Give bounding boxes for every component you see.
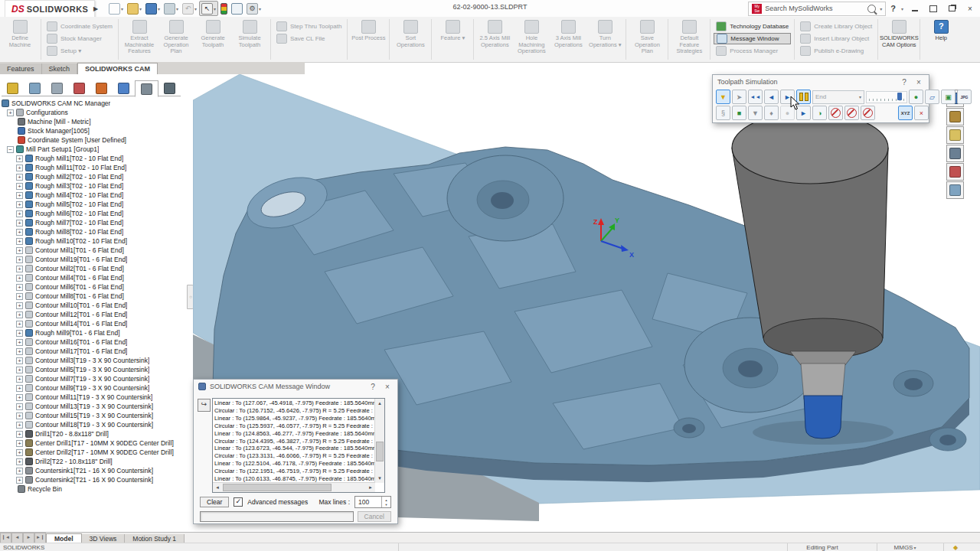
taskpane-custom-properties-button[interactable] bbox=[946, 181, 964, 199]
expand-plus-icon[interactable]: + bbox=[16, 266, 23, 272]
tree-item-contour-mill2-t01-6-flat-end-[interactable]: +Contour Mill2[T01 - 6 Flat End] bbox=[0, 264, 193, 273]
stock-section-button[interactable]: ■ bbox=[732, 106, 746, 120]
expand-plus-icon[interactable]: + bbox=[16, 412, 23, 419]
tree-item-contour-mill10-t01-6-flat-end-[interactable]: +Contour Mill10[T01 - 6 Flat End] bbox=[0, 301, 193, 310]
tree-item-rough-mill8-t02-10-flat-end-[interactable]: +Rough Mill8[T02 - 10 Flat End] bbox=[0, 227, 193, 236]
tree-item-rough-mill4-t02-10-flat-end-[interactable]: +Rough Mill4[T02 - 10 Flat End] bbox=[0, 191, 193, 200]
tree-item-contour-mill4-t01-6-flat-end-[interactable]: +Contour Mill4[T01 - 6 Flat End] bbox=[0, 273, 193, 282]
tree-item-machine-mill-metric-[interactable]: Machine [Mill - Metric] bbox=[0, 117, 193, 126]
ribbon-coordinate-system-button[interactable]: Coordinate System bbox=[47, 21, 113, 31]
tree-item-contour-mill15-t19-3-x-90-countersink-[interactable]: +Contour Mill15[T19 - 3 X 90 Countersink… bbox=[0, 411, 193, 420]
search-icon[interactable] bbox=[867, 5, 876, 13]
tree-item-center-drill1-t17-10mm-x-90deg-center-dr[interactable]: +Center Drill1[T17 - 10MM X 90DEG Center… bbox=[0, 439, 193, 448]
expand-plus-icon[interactable]: + bbox=[16, 440, 23, 447]
expand-plus-icon[interactable]: + bbox=[16, 385, 23, 392]
xyz-position-button[interactable]: XYZ bbox=[898, 106, 913, 120]
tree-item-coordinate-system-user-defined-[interactable]: Coordinate System [User Defined] bbox=[0, 135, 193, 145]
tree-item-rough-mill2-t02-10-flat-end-[interactable]: +Rough Mill2[T02 - 10 Flat End] bbox=[0, 172, 193, 181]
help-icon[interactable]: ? bbox=[368, 383, 378, 391]
scroll-right-icon[interactable]: ► bbox=[366, 483, 375, 492]
taskpane-file-explorer-button[interactable] bbox=[946, 126, 964, 144]
horizontal-scrollbar[interactable]: ◄ ► bbox=[213, 482, 375, 492]
status-tag-cell[interactable]: ◆ bbox=[943, 543, 967, 551]
ribbon-post-process-button[interactable]: Post Process bbox=[350, 18, 387, 42]
panel-tab-dimxpert-manager[interactable] bbox=[68, 80, 90, 96]
expand-plus-icon[interactable]: + bbox=[16, 155, 23, 162]
expand-plus-icon[interactable]: + bbox=[16, 449, 23, 456]
hide-links-button[interactable] bbox=[861, 106, 875, 120]
tool-shade-button[interactable]: ♦ bbox=[764, 106, 779, 120]
ribbon-extract-machinable-features-button[interactable]: Extract Machinable Features bbox=[121, 18, 158, 55]
tree-item-rough-mill10-t02-10-flat-end-[interactable]: +Rough Mill10[T02 - 10 Flat End] bbox=[0, 236, 193, 246]
tree-item-contour-mill1-t01-6-flat-end-[interactable]: +Contour Mill1[T01 - 6 Flat End] bbox=[0, 246, 193, 255]
tree-item-contour-mill17-t01-6-flat-end-[interactable]: +Contour Mill17[T01 - 6 Flat End] bbox=[0, 347, 193, 356]
expand-plus-icon[interactable]: + bbox=[16, 394, 23, 401]
scroll-up-icon[interactable]: ▲ bbox=[375, 399, 384, 408]
ribbon-setup-button[interactable]: Setup ▾ bbox=[47, 46, 113, 56]
turbo-mode-button[interactable]: ➤ bbox=[732, 90, 746, 104]
spinner-arrows-icon[interactable]: ▲▼ bbox=[381, 497, 390, 507]
tree-item-contour-mill6-t01-6-flat-end-[interactable]: +Contour Mill6[T01 - 6 Flat End] bbox=[0, 282, 193, 292]
expand-plus-icon[interactable]: + bbox=[16, 330, 23, 337]
expand-plus-icon[interactable]: + bbox=[16, 247, 23, 254]
show-tool-button[interactable]: ▼ bbox=[716, 90, 730, 104]
message-log-area[interactable]: Linear : To (127.067, -45.4918, -7.975) … bbox=[212, 398, 385, 493]
tab-solidworks-cam[interactable]: SOLIDWORKS CAM bbox=[77, 63, 158, 74]
tree-item-contour-mill13-t19-3-x-90-countersink-[interactable]: +Contour Mill13[T19 - 3 X 90 Countersink… bbox=[0, 402, 193, 411]
tool-display-mode-button[interactable]: ▼ bbox=[748, 106, 763, 120]
tree-item-countersink2-t21-16-x-90-countersink-[interactable]: +Countersink2[T21 - 16 X 90 Countersink] bbox=[0, 475, 193, 484]
ribbon-save-cl-file-button[interactable]: Save CL File bbox=[276, 34, 341, 44]
max-lines-input[interactable]: 100 ▲▼ bbox=[354, 496, 391, 508]
ribbon-solidworks-cam-options-button[interactable]: SOLIDWORKS CAM Options bbox=[880, 18, 917, 48]
expand-plus-icon[interactable]: + bbox=[16, 165, 23, 171]
tree-item-rough-mill7-t02-10-flat-end-[interactable]: +Rough Mill7[T02 - 10 Flat End] bbox=[0, 218, 193, 227]
expand-plus-icon[interactable]: + bbox=[16, 376, 23, 383]
cancel-button[interactable]: Cancel bbox=[358, 511, 391, 522]
tab-sketch[interactable]: Sketch bbox=[42, 64, 78, 74]
expand-plus-icon[interactable]: + bbox=[16, 431, 23, 438]
save-stock-button[interactable]: ▣ bbox=[941, 90, 956, 104]
expand-plus-icon[interactable]: + bbox=[16, 468, 23, 474]
search-input[interactable]: Search MySolidWorks bbox=[765, 5, 864, 12]
panel-tab-configuration-manager[interactable] bbox=[46, 80, 68, 96]
panel-tab-cam-operation-tree[interactable] bbox=[158, 80, 181, 96]
expand-plus-icon[interactable]: + bbox=[16, 458, 23, 465]
expand-plus-icon[interactable]: + bbox=[16, 367, 23, 373]
hide-toolpath-button[interactable] bbox=[828, 106, 843, 120]
tree-item-recycle-bin[interactable]: Recycle Bin bbox=[0, 484, 193, 494]
help-menu[interactable]: ? bbox=[890, 4, 896, 13]
tree-item-configurations[interactable]: +Configurations bbox=[0, 108, 193, 117]
vertical-scrollbar[interactable]: ▲ ▼ bbox=[374, 399, 384, 483]
expand-plus-icon[interactable]: + bbox=[16, 422, 23, 429]
help-icon[interactable]: ? bbox=[899, 78, 910, 86]
first-tab-button[interactable]: ❙◄ bbox=[0, 533, 11, 543]
tree-item-center-drill2-t17-10mm-x-90deg-center-dr[interactable]: +Center Drill2[T17 - 10MM X 90DEG Center… bbox=[0, 448, 193, 457]
last-tab-button[interactable]: ►❙ bbox=[34, 533, 46, 543]
prev-tab-button[interactable]: ◄ bbox=[11, 533, 23, 543]
message-redirect-button[interactable]: ↪ bbox=[198, 399, 211, 412]
expand-plus-icon[interactable]: + bbox=[16, 293, 23, 300]
status-units-selector[interactable]: MMGS ▾ bbox=[877, 543, 933, 551]
expand-plus-icon[interactable]: + bbox=[16, 275, 23, 282]
tree-item-contour-mill18-t19-3-x-90-countersink-[interactable]: +Contour Mill18[T19 - 3 X 90 Countersink… bbox=[0, 420, 193, 429]
ribbon-define-machine-button[interactable]: Define Machine bbox=[2, 18, 38, 48]
expand-plus-icon[interactable]: + bbox=[16, 357, 23, 364]
collision-check-button[interactable]: ● bbox=[909, 90, 923, 104]
ribbon-generate-operation-plan-button[interactable]: Generate Operation Plan bbox=[158, 18, 194, 55]
tree-item-rough-mill5-t02-10-flat-end-[interactable]: +Rough Mill5[T02 - 10 Flat End] bbox=[0, 200, 193, 209]
ribbon-turn-operations-button[interactable]: Turn Operations ▾ bbox=[586, 18, 623, 48]
tree-item-countersink1-t21-16-x-90-countersink-[interactable]: +Countersink1[T21 - 16 X 90 Countersink] bbox=[0, 466, 193, 475]
ribbon-generate-toolpath-button[interactable]: Generate Toolpath bbox=[194, 18, 231, 48]
expand-plus-icon[interactable]: + bbox=[16, 403, 23, 410]
ribbon-process-manager-button[interactable]: Process Manager bbox=[716, 46, 789, 56]
tree-item-contour-mill11-t19-3-x-90-countersink-[interactable]: +Contour Mill11[T19 - 3 X 90 Countersink… bbox=[0, 393, 193, 402]
expand-plus-icon[interactable]: + bbox=[16, 229, 23, 236]
tree-item-contour-mill9-t19-3-x-90-countersink-[interactable]: +Contour Mill9[T19 - 3 X 90 Countersink] bbox=[0, 383, 193, 393]
ribbon-default-feature-strategies-button[interactable]: Default Feature Strategies bbox=[671, 18, 707, 55]
window-switch-button[interactable] bbox=[926, 3, 940, 14]
close-icon[interactable]: × bbox=[382, 383, 393, 391]
minimize-button[interactable] bbox=[908, 3, 922, 14]
expand-plus-icon[interactable]: + bbox=[16, 220, 23, 227]
panel-tab-appearances[interactable] bbox=[113, 80, 135, 96]
speed-slider[interactable] bbox=[866, 91, 907, 103]
